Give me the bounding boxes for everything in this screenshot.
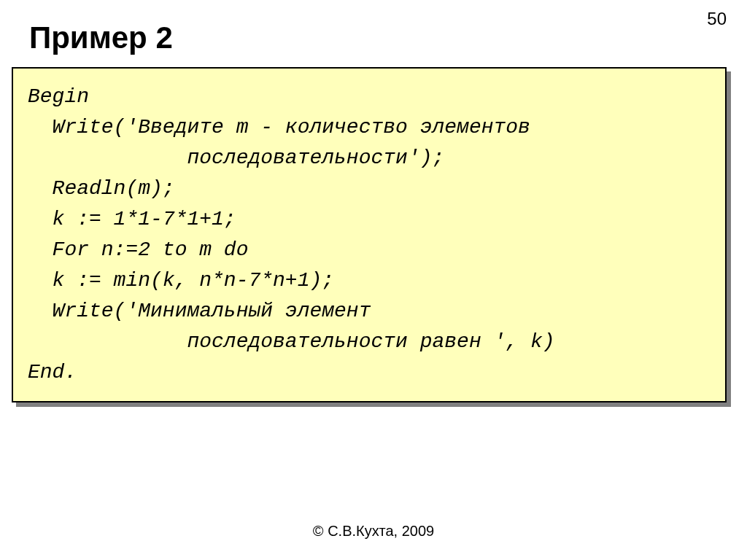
slide: 50 Пример 2 Begin Write('Введите m - кол… [0, 0, 747, 560]
code-block-wrapper: Begin Write('Введите m - количество элем… [16, 71, 731, 407]
page-number: 50 [707, 9, 727, 29]
code-block-shadow: Begin Write('Введите m - количество элем… [16, 71, 731, 407]
code-text: Begin Write('Введите m - количество элем… [28, 82, 711, 388]
code-block: Begin Write('Введите m - количество элем… [12, 67, 727, 402]
slide-title: Пример 2 [29, 20, 173, 55]
footer-copyright: © С.В.Кухта, 2009 [0, 523, 747, 540]
